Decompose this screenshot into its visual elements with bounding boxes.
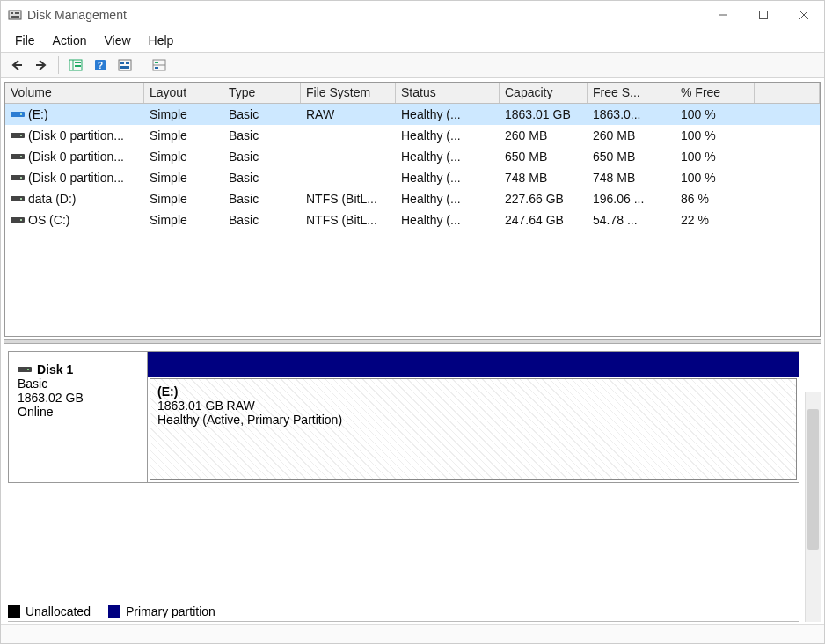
window-controls (703, 1, 824, 29)
partition-type-bar (148, 352, 799, 377)
svg-rect-30 (11, 175, 25, 180)
cell-capacity: 227.66 GB (500, 190, 588, 208)
volume-row[interactable]: data (D:)SimpleBasicNTFS (BitL...Healthy… (5, 188, 820, 209)
drive-icon (11, 109, 25, 120)
col-file-system[interactable]: File System (301, 83, 396, 103)
svg-rect-0 (9, 11, 21, 19)
disk-size: 1863.02 GB (18, 391, 138, 405)
disk-graphical-panel: Disk 1 Basic 1863.02 GB Online (E:) 1863… (4, 346, 821, 622)
cell-status: Healthy (... (396, 169, 500, 187)
cell-fs: NTFS (BitL... (301, 211, 396, 229)
svg-rect-12 (75, 62, 81, 63)
menu-action[interactable]: Action (44, 32, 96, 49)
cell-type: Basic (223, 169, 301, 187)
cell-free: 650 MB (588, 148, 675, 165)
svg-rect-2 (15, 12, 19, 14)
disk-type: Basic (18, 377, 138, 391)
cell-layout: Simple (144, 148, 223, 165)
titlebar: Disk Management (1, 1, 824, 29)
svg-point-29 (20, 156, 22, 157)
nav-forward-button[interactable] (31, 55, 52, 75)
cell-type: Basic (223, 106, 301, 123)
menu-help[interactable]: Help (140, 32, 183, 49)
col-type[interactable]: Type (223, 83, 301, 103)
cell-pct: 100 % (675, 127, 755, 144)
cell-pct: 100 % (675, 148, 755, 165)
volume-rows: (E:)SimpleBasicRAWHealthy (...1863.01 GB… (5, 104, 820, 336)
col-spacer (755, 83, 820, 103)
cell-free: 1863.0... (588, 106, 675, 123)
partition-label: (E:) (157, 384, 789, 399)
col-capacity[interactable]: Capacity (500, 83, 588, 103)
drive-icon (11, 194, 25, 204)
disk-status: Online (18, 405, 138, 419)
drive-icon (11, 130, 25, 141)
svg-rect-26 (11, 133, 25, 138)
menu-view[interactable]: View (95, 32, 139, 49)
volume-name: (Disk 0 partition... (28, 128, 139, 143)
minimize-button[interactable] (703, 1, 743, 29)
col-pct-free[interactable]: % Free (675, 83, 755, 103)
toolbar-separator (58, 56, 59, 74)
app-icon (8, 8, 22, 22)
maximize-button[interactable] (743, 1, 784, 29)
volume-row[interactable]: OS (C:)SimpleBasicNTFS (BitL...Healthy (… (5, 209, 820, 231)
cell-type: Basic (223, 211, 301, 229)
volume-row[interactable]: (E:)SimpleBasicRAWHealthy (...1863.01 GB… (5, 104, 820, 125)
cell-pct: 86 % (675, 190, 755, 208)
svg-rect-36 (18, 367, 32, 372)
vertical-scrollbar[interactable] (805, 392, 821, 622)
toolbar-separator (142, 56, 142, 74)
cell-status: Healthy (... (396, 127, 500, 144)
volume-name: (Disk 0 partition... (28, 150, 139, 164)
disk-name: Disk 1 (37, 362, 73, 377)
cell-pct: 100 % (675, 106, 755, 123)
cell-capacity: 260 MB (500, 127, 588, 144)
settings-button[interactable] (114, 55, 135, 75)
partition-health: Healthy (Active, Primary Partition) (157, 413, 789, 427)
panel-splitter[interactable] (4, 339, 821, 344)
show-hide-tree-button[interactable] (65, 55, 86, 75)
nav-back-button[interactable] (6, 55, 27, 75)
volume-row[interactable]: (Disk 0 partition...SimpleBasicHealthy (… (5, 125, 820, 146)
svg-point-27 (20, 135, 22, 136)
svg-rect-18 (126, 62, 129, 64)
svg-rect-3 (11, 16, 19, 18)
partition-block[interactable]: (E:) 1863.01 GB RAW Healthy (Active, Pri… (150, 378, 797, 480)
cell-free: 54.78 ... (588, 211, 675, 229)
svg-text:?: ? (98, 61, 103, 70)
disk-info: Disk 1 Basic 1863.02 GB Online (9, 352, 148, 482)
svg-rect-24 (11, 112, 25, 117)
svg-rect-17 (120, 62, 124, 64)
svg-point-33 (20, 198, 22, 200)
volume-list-panel: Volume Layout Type File System Status Ca… (4, 82, 821, 337)
svg-rect-22 (155, 62, 158, 63)
svg-point-25 (20, 113, 22, 115)
cell-status: Healthy (... (396, 190, 500, 208)
volume-row[interactable]: (Disk 0 partition...SimpleBasicHealthy (… (5, 146, 820, 167)
help-button[interactable]: ? (90, 55, 111, 75)
scrollbar-thumb[interactable] (807, 409, 819, 550)
col-status[interactable]: Status (396, 83, 500, 103)
svg-rect-34 (11, 217, 25, 223)
volume-name: OS (C:) (28, 213, 139, 227)
volume-list-header: Volume Layout Type File System Status Ca… (5, 83, 820, 104)
legend-unallocated: Unallocated (26, 604, 91, 618)
col-layout[interactable]: Layout (144, 83, 223, 103)
cell-type: Basic (223, 148, 301, 165)
drive-icon (11, 215, 25, 225)
close-button[interactable] (784, 1, 824, 29)
cell-status: Healthy (... (396, 211, 500, 229)
svg-point-31 (20, 177, 22, 179)
cell-layout: Simple (144, 127, 223, 144)
cell-fs (301, 134, 396, 137)
cell-type: Basic (223, 190, 301, 208)
disk-row[interactable]: Disk 1 Basic 1863.02 GB Online (E:) 1863… (8, 351, 799, 483)
layout-button[interactable] (149, 55, 170, 75)
volume-row[interactable]: (Disk 0 partition...SimpleBasicHealthy (… (5, 167, 820, 188)
col-volume[interactable]: Volume (5, 83, 144, 103)
col-free-space[interactable]: Free S... (588, 83, 675, 103)
legend: Unallocated Primary partition (8, 603, 799, 622)
cell-type: Basic (223, 127, 301, 144)
menu-file[interactable]: File (6, 32, 44, 49)
